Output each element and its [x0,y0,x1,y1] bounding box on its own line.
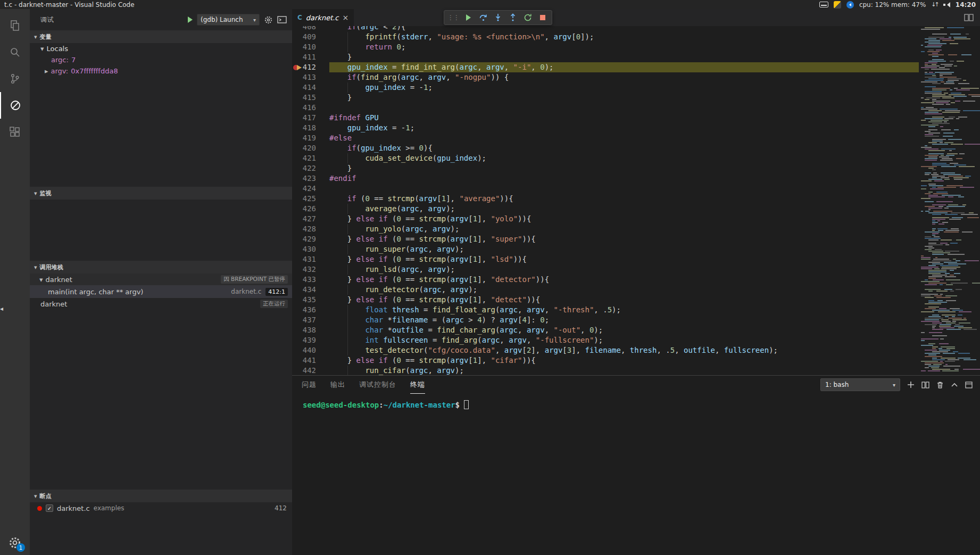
code-line-426[interactable]: 426average(argc, argv); [292,204,919,214]
source-control-icon[interactable] [0,65,30,92]
debug-console-icon[interactable] [277,15,287,24]
gutter[interactable]: 426 [292,204,329,214]
code-line-425[interactable]: 425if (0 == strcmp(argv[1], "average")){ [292,194,919,204]
code-line-432[interactable]: 432run_lsd(argc, argv); [292,264,919,275]
gutter[interactable]: 420 [292,143,329,153]
breakpoint-row[interactable]: darknet.c examples 412 [30,502,292,514]
close-icon[interactable] [343,13,349,22]
gutter[interactable]: 411 [292,52,329,62]
variable-argc[interactable]: argc7 [30,54,292,65]
code-line-422[interactable]: 422} [292,163,919,173]
gutter[interactable]: 410 [292,42,329,52]
gutter[interactable]: 427 [292,214,329,224]
code-line-427[interactable]: 427} else if (0 == strcmp(argv[1], "yolo… [292,214,919,224]
gutter[interactable]: 439 [292,335,329,345]
call-stack-thread-row[interactable]: darknet 正在运行 [30,298,292,310]
code-line-421[interactable]: 421cuda_set_device(gpu_index); [292,153,919,163]
speaker-icon[interactable] [943,2,950,8]
gutter[interactable]: 433 [292,275,329,285]
gutter[interactable]: 434 [292,285,329,295]
split-editor-icon[interactable] [964,14,974,21]
step-out-button[interactable] [506,11,520,24]
code-line-410[interactable]: 410return 0; [292,42,919,52]
gutter[interactable]: 409 [292,32,329,42]
code-line-415[interactable]: 415} [292,93,919,103]
gutter[interactable]: 416 [292,103,329,113]
gutter[interactable]: 441 [292,355,329,366]
restart-button[interactable] [521,11,535,24]
keyboard-icon[interactable] [819,2,828,7]
step-over-button[interactable] [476,11,490,24]
code-line-442[interactable]: 442run_cifar(argc, argv); [292,366,919,375]
variable-argv[interactable]: argv0x7fffffffdda8 [30,65,292,77]
gutter[interactable]: 438 [292,325,329,335]
code-line-411[interactable]: 411} [292,52,919,62]
gutter[interactable]: 415 [292,93,329,103]
tab-output[interactable]: 输出 [330,376,345,394]
call-stack-session-row[interactable]: darknet 因 BREAKPOINT 已暂停 [30,274,292,285]
clock[interactable]: 14:20 [956,1,976,9]
stop-button[interactable] [536,11,550,24]
code-line-433[interactable]: 433} else if (0 == strcmp(argv[1], "dete… [292,275,919,285]
maximize-panel-chevron-icon[interactable] [951,382,958,387]
launch-config-dropdown[interactable]: (gdb) Launch [197,14,260,26]
gutter[interactable]: 425 [292,194,329,204]
scope-locals[interactable]: Locals [30,43,292,54]
gutter[interactable]: 430 [292,244,329,254]
gutter[interactable]: 431 [292,254,329,264]
breakpoint-checkbox[interactable] [46,504,53,512]
code-line-417[interactable]: 417#ifndef GPU [292,113,919,123]
kill-terminal-trash-icon[interactable] [936,381,944,389]
gutter[interactable]: 440 [292,345,329,355]
left-edge-arrow-icon[interactable]: ◂ [0,305,3,312]
gutter[interactable]: 414 [292,82,329,93]
code-line-428[interactable]: 428run_yolo(argc, argv); [292,224,919,234]
code-line-429[interactable]: 429} else if (0 == strcmp(argv[1], "supe… [292,234,919,244]
gutter[interactable]: 436 [292,305,329,315]
minimap[interactable] [919,26,980,375]
gutter[interactable]: 423 [292,173,329,184]
section-call-stack[interactable]: 调用堆栈 [30,261,292,274]
network-arrows-icon[interactable]: ↓↑ [931,1,937,8]
code-line-412[interactable]: 412gpu_index = find_int_arg(argc, argv, … [292,62,919,72]
code-line-424[interactable]: 424 [292,184,919,194]
code-line-416[interactable]: 416 [292,103,919,113]
tab-terminal[interactable]: 终端 [410,376,425,394]
debug-icon[interactable] [0,92,30,119]
gutter[interactable]: 432 [292,264,329,275]
code-line-408[interactable]: 408if(argc < 2){ [292,26,919,32]
section-watch[interactable]: 监视 [30,187,292,200]
teamviewer-icon[interactable] [846,1,854,9]
gutter[interactable]: 442 [292,366,329,375]
code-line-436[interactable]: 436float thresh = find_float_arg(argc, a… [292,305,919,315]
gutter[interactable]: 435 [292,295,329,305]
gutter[interactable]: 413 [292,72,329,82]
restore-panel-icon[interactable] [965,382,973,388]
code-line-413[interactable]: 413if(find_arg(argc, argv, "-nogpu")) { [292,72,919,82]
code-line-437[interactable]: 437char *filename = (argc > 4) ? argv[4]… [292,315,919,325]
code-line-430[interactable]: 430run_super(argc, argv); [292,244,919,254]
terminal-select-dropdown[interactable]: 1: bash [820,378,900,391]
toolbar-drag-handle[interactable]: ⋮⋮ [446,11,460,24]
split-terminal-icon[interactable] [921,382,929,388]
tab-problems[interactable]: 问题 [302,376,317,394]
gutter[interactable]: 422 [292,163,329,173]
gutter[interactable]: 408 [292,26,329,32]
section-variables[interactable]: 变量 [30,30,292,43]
tab-debug-console[interactable]: 调试控制台 [359,376,396,394]
debug-settings-gear-icon[interactable] [264,15,273,24]
code-line-423[interactable]: 423#endif [292,173,919,184]
new-terminal-icon[interactable] [907,381,915,388]
start-debug-button[interactable] [188,16,193,23]
gutter[interactable]: 412 [292,62,329,72]
settings-gear[interactable]: 1 [8,536,22,550]
code-line-441[interactable]: 441} else if (0 == strcmp(argv[1], "cifa… [292,355,919,366]
extensions-icon[interactable] [0,119,30,145]
code-line-431[interactable]: 431} else if (0 == strcmp(argv[1], "lsd"… [292,254,919,264]
code-line-439[interactable]: 439int fullscreen = find_arg(argc, argv,… [292,335,919,345]
explorer-icon[interactable] [0,12,30,39]
code-line-419[interactable]: 419#else [292,133,919,143]
gutter[interactable]: 419 [292,133,329,143]
search-icon[interactable] [0,39,30,65]
tab-darknet-c[interactable]: C darknet.c [292,9,354,26]
